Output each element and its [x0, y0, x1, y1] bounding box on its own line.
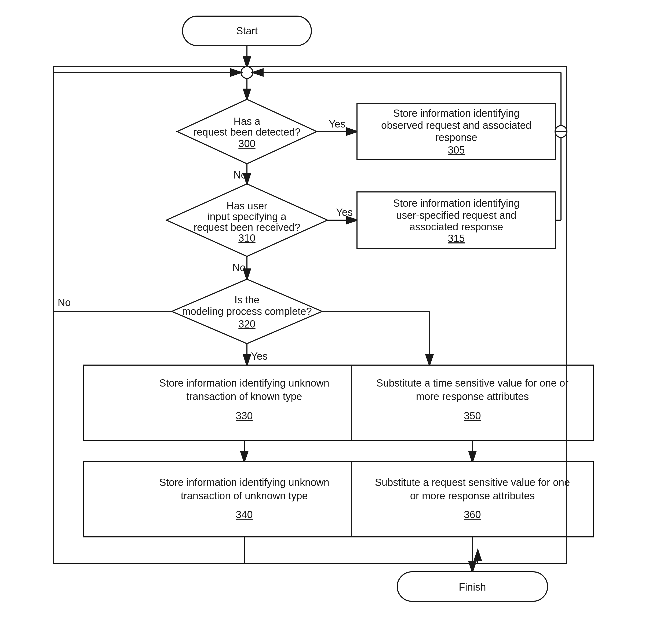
decision-310-line1: Has user: [227, 200, 267, 212]
box-360-line1: Substitute a request sensitive value for…: [375, 477, 570, 488]
decision-300-line2: request been detected?: [193, 127, 300, 138]
finish-label: Finish: [459, 582, 486, 593]
no-label-300: No: [233, 169, 247, 181]
box-305-line1: Store information identifying: [393, 108, 519, 119]
box-340-ref: 340: [236, 509, 253, 520]
decision-310-line2: input specifying a: [207, 211, 286, 222]
box-315-line1: Store information identifying: [393, 198, 519, 209]
box-305-ref: 305: [448, 145, 465, 156]
decision-320-line1: Is the: [235, 294, 259, 305]
box-340-line2: transaction of unknown type: [181, 490, 307, 501]
decision-310-line3: request been received?: [194, 222, 300, 233]
decision-320-line2: modeling process complete?: [182, 306, 312, 317]
box-315-line2: user-specified request and: [396, 210, 516, 221]
box-305-line2: observed request and associated: [381, 120, 531, 131]
box-330-line1: Store information identifying unknown: [159, 378, 330, 389]
box-340-line1: Store information identifying unknown: [159, 477, 330, 488]
box-315-ref: 315: [448, 233, 465, 244]
decision-300-ref: 300: [238, 138, 255, 149]
decision-300-line1: Has a: [233, 116, 260, 127]
box-360-ref: 360: [464, 509, 481, 520]
box-350-line1: Substitute a time sensitive value for on…: [376, 378, 569, 389]
yes-label-310: Yes: [336, 207, 353, 218]
box-315-line3: associated response: [410, 221, 503, 232]
no-label-310: No: [232, 262, 246, 273]
box-350: [352, 365, 593, 440]
decision-310-ref: 310: [238, 232, 255, 244]
box-350-line2: more response attributes: [416, 391, 529, 402]
decision-320-ref: 320: [238, 318, 255, 330]
box-330-line2: transaction of known type: [187, 391, 302, 402]
no-label-320: No: [58, 297, 71, 308]
start-label: Start: [236, 25, 258, 36]
flowchart-diagram: Start Has a request been detected? 300 Y…: [0, 0, 645, 644]
box-350-ref: 350: [464, 410, 481, 421]
junction-top: [241, 66, 253, 78]
box-305-line3: response: [435, 132, 477, 143]
yes-label-320: Yes: [251, 351, 268, 362]
box-330-ref: 330: [236, 410, 253, 421]
yes-label-300: Yes: [329, 119, 346, 130]
box-360-line2: or more response attributes: [410, 490, 535, 501]
